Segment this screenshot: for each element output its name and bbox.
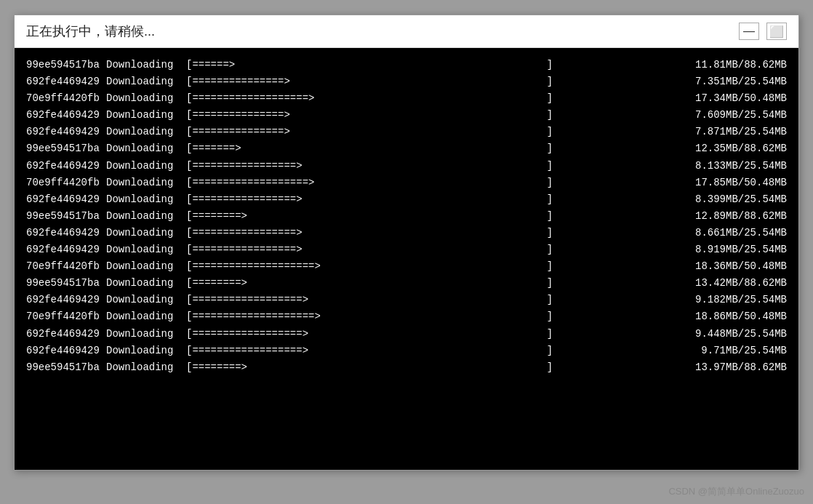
progress-bar: [========> ] xyxy=(186,275,670,292)
dialog-controls: — ⬜ xyxy=(739,23,787,40)
progress-bar: [========> ] xyxy=(186,359,670,376)
progress-bar: [=================> ] xyxy=(186,191,670,208)
downloading-label: Downloading xyxy=(106,90,186,107)
terminal-line: 692fe4469429 Downloading [==============… xyxy=(26,326,787,343)
downloading-label: Downloading xyxy=(106,359,186,376)
size-info: 8.661MB/25.54MB xyxy=(670,225,787,241)
progress-bar: [===================> ] xyxy=(186,90,670,107)
downloading-label: Downloading xyxy=(106,308,186,325)
downloading-label: Downloading xyxy=(106,158,186,175)
terminal-line: 692fe4469429 Downloading [==============… xyxy=(26,292,787,308)
hash-id: 692fe4469429 xyxy=(26,343,106,359)
size-info: 13.42MB/88.62MB xyxy=(670,275,787,292)
progress-bar: [===================> ] xyxy=(186,175,670,191)
terminal-line: 692fe4469429 Downloading [==============… xyxy=(26,191,787,208)
progress-bar: [=======> ] xyxy=(186,140,670,157)
size-info: 17.34MB/50.48MB xyxy=(670,90,787,107)
terminal-line: 692fe4469429 Downloading [==============… xyxy=(26,225,787,241)
terminal-line: 70e9ff4420fb Downloading [==============… xyxy=(26,90,787,107)
hash-id: 70e9ff4420fb xyxy=(26,175,106,191)
size-info: 11.81MB/88.62MB xyxy=(670,57,787,73)
hash-id: 70e9ff4420fb xyxy=(26,90,106,107)
hash-id: 692fe4469429 xyxy=(26,292,106,308)
terminal-line: 99ee594517ba Downloading [=======> ] 12.… xyxy=(26,140,787,157)
downloading-label: Downloading xyxy=(106,275,186,292)
size-info: 7.609MB/25.54MB xyxy=(670,107,787,124)
size-info: 8.919MB/25.54MB xyxy=(670,241,787,258)
progress-bar: [=================> ] xyxy=(186,241,670,258)
hash-id: 692fe4469429 xyxy=(26,73,106,90)
hash-id: 99ee594517ba xyxy=(26,57,106,73)
size-info: 17.85MB/50.48MB xyxy=(670,175,787,191)
progress-bar: [======> ] xyxy=(186,57,670,73)
size-info: 9.71MB/25.54MB xyxy=(670,343,787,359)
hash-id: 99ee594517ba xyxy=(26,208,106,225)
terminal-line: 70e9ff4420fb Downloading [==============… xyxy=(26,258,787,275)
minimize-button[interactable]: — xyxy=(739,23,759,40)
progress-bar: [==================> ] xyxy=(186,326,670,343)
terminal-line: 692fe4469429 Downloading [==============… xyxy=(26,158,787,175)
hash-id: 692fe4469429 xyxy=(26,191,106,208)
downloading-label: Downloading xyxy=(106,107,186,124)
hash-id: 70e9ff4420fb xyxy=(26,258,106,275)
downloading-label: Downloading xyxy=(106,343,186,359)
dialog-overlay: 正在执行中，请稍候... — ⬜ 99ee594517ba Downloadin… xyxy=(0,0,813,504)
terminal-line: 70e9ff4420fb Downloading [==============… xyxy=(26,308,787,325)
terminal-line: 99ee594517ba Downloading [======> ] 11.8… xyxy=(26,57,787,73)
size-info: 9.182MB/25.54MB xyxy=(670,292,787,308)
maximize-button[interactable]: ⬜ xyxy=(766,23,787,40)
progress-bar: [===============> ] xyxy=(186,124,670,140)
size-info: 12.35MB/88.62MB xyxy=(670,140,787,157)
terminal-line: 692fe4469429 Downloading [==============… xyxy=(26,107,787,124)
terminal-line: 692fe4469429 Downloading [==============… xyxy=(26,343,787,359)
progress-bar: [===============> ] xyxy=(186,107,670,124)
progress-bar: [========> ] xyxy=(186,208,670,225)
downloading-label: Downloading xyxy=(106,191,186,208)
downloading-label: Downloading xyxy=(106,258,186,275)
terminal: 99ee594517ba Downloading [======> ] 11.8… xyxy=(15,48,798,470)
dialog-title: 正在执行中，请稍候... xyxy=(26,23,155,40)
hash-id: 99ee594517ba xyxy=(26,359,106,376)
hash-id: 692fe4469429 xyxy=(26,326,106,343)
downloading-label: Downloading xyxy=(106,57,186,73)
progress-bar: [===============> ] xyxy=(186,73,670,90)
hash-id: 692fe4469429 xyxy=(26,124,106,140)
dialog: 正在执行中，请稍候... — ⬜ 99ee594517ba Downloadin… xyxy=(14,15,799,471)
terminal-line: 70e9ff4420fb Downloading [==============… xyxy=(26,175,787,191)
size-info: 13.97MB/88.62MB xyxy=(670,359,787,376)
hash-id: 70e9ff4420fb xyxy=(26,308,106,325)
hash-id: 692fe4469429 xyxy=(26,158,106,175)
size-info: 8.399MB/25.54MB xyxy=(670,191,787,208)
dialog-titlebar: 正在执行中，请稍候... — ⬜ xyxy=(15,15,798,48)
terminal-line: 99ee594517ba Downloading [========> ] 12… xyxy=(26,208,787,225)
hash-id: 692fe4469429 xyxy=(26,107,106,124)
hash-id: 99ee594517ba xyxy=(26,140,106,157)
downloading-label: Downloading xyxy=(106,241,186,258)
size-info: 18.36MB/50.48MB xyxy=(670,258,787,275)
downloading-label: Downloading xyxy=(106,292,186,308)
downloading-label: Downloading xyxy=(106,73,186,90)
size-info: 8.133MB/25.54MB xyxy=(670,158,787,175)
downloading-label: Downloading xyxy=(106,208,186,225)
size-info: 9.448MB/25.54MB xyxy=(670,326,787,343)
progress-bar: [==================> ] xyxy=(186,292,670,308)
terminal-line: 692fe4469429 Downloading [==============… xyxy=(26,241,787,258)
downloading-label: Downloading xyxy=(106,124,186,140)
size-info: 18.86MB/50.48MB xyxy=(670,308,787,325)
terminal-line: 99ee594517ba Downloading [========> ] 13… xyxy=(26,359,787,376)
progress-bar: [=================> ] xyxy=(186,225,670,241)
terminal-line: 99ee594517ba Downloading [========> ] 13… xyxy=(26,275,787,292)
progress-bar: [=================> ] xyxy=(186,158,670,175)
terminal-line: 692fe4469429 Downloading [==============… xyxy=(26,124,787,140)
downloading-label: Downloading xyxy=(106,225,186,241)
progress-bar: [====================> ] xyxy=(186,308,670,325)
downloading-label: Downloading xyxy=(106,175,186,191)
hash-id: 692fe4469429 xyxy=(26,225,106,241)
size-info: 7.351MB/25.54MB xyxy=(670,73,787,90)
downloading-label: Downloading xyxy=(106,326,186,343)
progress-bar: [====================> ] xyxy=(186,258,670,275)
downloading-label: Downloading xyxy=(106,140,186,157)
hash-id: 692fe4469429 xyxy=(26,241,106,258)
watermark: CSDN @简简单单OnlineZuozuo xyxy=(668,485,804,498)
progress-bar: [==================> ] xyxy=(186,343,670,359)
